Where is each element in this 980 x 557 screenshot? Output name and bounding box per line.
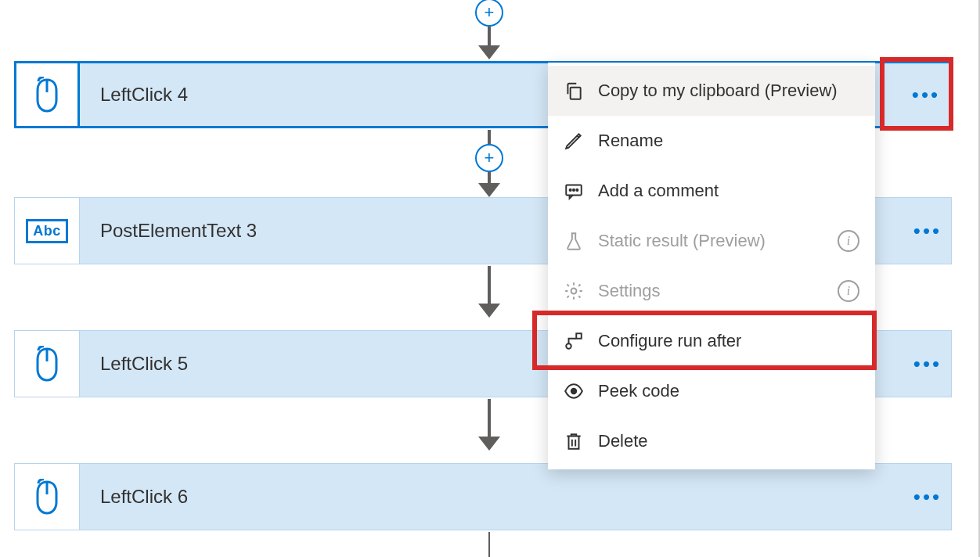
run-after-icon [564,331,598,351]
more-icon: ••• [912,83,940,107]
eye-icon [564,381,598,401]
connector-arrow-icon [478,183,500,197]
action-card-leftclick-6[interactable]: LeftClick 6 ••• [14,463,952,530]
flask-icon [564,231,598,251]
svg-point-6 [573,189,575,191]
copy-icon [564,81,598,101]
menu-copy[interactable]: Copy to my clipboard (Preview) [548,66,875,116]
mouse-icon [31,77,63,113]
connector-arrow-icon [478,437,500,451]
menu-settings: Settings i [548,266,875,316]
info-icon[interactable]: i [838,230,859,252]
comment-icon [564,181,598,201]
svg-point-7 [576,189,578,191]
more-icon: ••• [913,352,942,376]
plus-icon: + [485,4,495,21]
connector-line [488,532,490,557]
card-title: LeftClick 6 [80,486,904,508]
card-more-button[interactable]: ••• [904,331,951,397]
flow-canvas: + LeftClick 4 ••• + Abc PostElementText … [0,0,980,557]
connector-line [488,130,491,146]
menu-label: Add a comment [598,181,859,201]
add-step-button[interactable]: + [475,0,503,27]
svg-point-8 [571,289,577,294]
menu-label: Copy to my clipboard (Preview) [598,81,859,101]
card-more-button[interactable]: ••• [904,464,951,530]
card-more-button[interactable]: ••• [903,63,949,126]
svg-rect-9 [576,333,582,339]
menu-add-comment[interactable]: Add a comment [548,166,875,216]
connector-arrow-icon [478,45,500,59]
add-step-button[interactable]: + [475,144,503,172]
card-icon: Abc [14,197,80,264]
svg-point-10 [566,343,571,349]
mouse-icon [31,479,63,515]
menu-label: Configure run after [598,331,859,351]
menu-label: Static result (Preview) [598,231,838,251]
connector-line [488,27,491,47]
pencil-icon [564,131,598,151]
svg-point-5 [570,189,571,191]
action-context-menu: Copy to my clipboard (Preview) Rename Ad… [548,63,875,469]
card-icon [14,61,80,128]
card-icon [14,330,80,397]
menu-label: Rename [598,131,859,151]
card-icon [14,463,80,530]
menu-peek-code[interactable]: Peek code [548,366,875,416]
gear-icon [564,281,598,301]
abc-icon: Abc [26,219,68,243]
svg-rect-3 [571,88,581,99]
connector-line [488,266,491,305]
more-icon: ••• [913,219,942,243]
info-icon[interactable]: i [838,280,859,302]
connector-line [488,399,491,438]
mouse-icon [31,346,63,382]
menu-rename[interactable]: Rename [548,116,875,166]
menu-label: Peek code [598,381,859,401]
menu-label: Settings [598,281,838,301]
card-more-button[interactable]: ••• [904,198,951,264]
menu-delete[interactable]: Delete [548,416,875,466]
svg-point-11 [571,389,577,394]
connector-arrow-icon [478,304,500,318]
trash-icon [564,431,598,451]
menu-label: Delete [598,431,859,451]
plus-icon: + [485,149,495,167]
menu-configure-run-after[interactable]: Configure run after [548,316,875,366]
more-icon: ••• [913,485,942,509]
menu-static-result: Static result (Preview) i [548,216,875,266]
